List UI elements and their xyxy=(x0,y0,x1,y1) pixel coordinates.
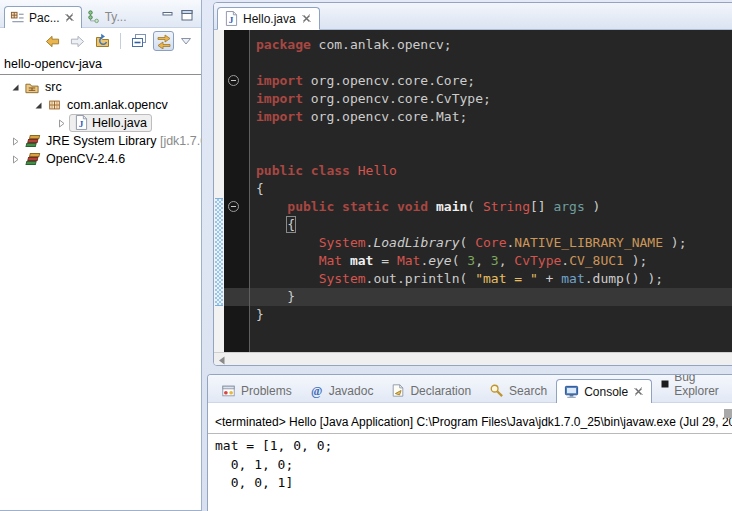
code-line: } xyxy=(250,288,732,306)
tab-declaration[interactable]: Declaration xyxy=(382,379,480,402)
editor-body: package com.anlak.opencv;import org.open… xyxy=(214,30,732,352)
code-line: } xyxy=(250,306,732,324)
tab-bug-explorer[interactable]: Bug Explorer xyxy=(652,374,728,402)
code-line xyxy=(250,126,732,144)
tree-item-jre-system-library[interactable]: JRE System Library [jdk1.7.0 xyxy=(0,132,201,150)
code-token: .dump() ); xyxy=(585,271,663,286)
code-token: + xyxy=(538,271,561,286)
view-menu-icon xyxy=(181,38,191,45)
maximize-icon[interactable] xyxy=(181,10,193,21)
code-token: { xyxy=(256,181,264,196)
svg-text:J: J xyxy=(79,119,84,129)
fold-gutter xyxy=(224,30,250,352)
console-tab-label: Javadoc xyxy=(329,384,374,398)
tab-javadoc[interactable]: @Javadoc xyxy=(301,380,383,402)
up-folder-icon xyxy=(95,33,111,49)
code-line xyxy=(250,54,732,72)
tree-item-decorator: [jdk1.7.0 xyxy=(160,134,201,148)
console-toolbar-button[interactable] xyxy=(724,409,732,418)
tree-item-com-anlak-opencv[interactable]: com.anlak.opencv xyxy=(0,96,201,114)
code-area[interactable]: package com.anlak.opencv;import org.open… xyxy=(250,30,732,352)
tree-expanded-icon[interactable] xyxy=(33,101,44,110)
code-token: CV_8UC1 xyxy=(569,253,624,268)
code-token: 3 xyxy=(491,253,499,268)
code-token: . xyxy=(561,253,569,268)
code-token: = xyxy=(373,253,396,268)
tab-problems[interactable]: Problems xyxy=(212,380,301,402)
code-token: eye xyxy=(428,253,451,268)
code-token: ) xyxy=(585,199,601,214)
go-up-button[interactable] xyxy=(92,31,113,51)
close-icon[interactable] xyxy=(301,13,312,24)
code-token: System xyxy=(319,235,366,250)
console-panel: Problems@JavadocDeclarationSearchConsole… xyxy=(207,374,732,511)
console-output[interactable]: mat = [1, 0, 0; 0, 1, 0; 0, 0, 1] xyxy=(208,434,732,493)
tab-bug[interactable]: Bug xyxy=(728,380,732,402)
console-tab-label: Bug Explorer xyxy=(674,374,719,398)
editor-area: J Hello.java package com.anlak.opencv;im… xyxy=(213,2,732,366)
tree-item-label: src xyxy=(45,80,62,94)
editor-tab-bar: J Hello.java xyxy=(214,3,732,30)
tree-item-hello-java[interactable]: JHello.java xyxy=(0,114,201,132)
console-status-line: <terminated> Hello [Java Application] C:… xyxy=(208,413,732,434)
view-menu-button[interactable] xyxy=(178,31,193,51)
link-with-editor-button[interactable] xyxy=(153,31,174,51)
tree-collapsed-icon[interactable] xyxy=(10,155,21,164)
tab-search[interactable]: Search xyxy=(480,379,556,402)
package-explorer-icon xyxy=(10,10,25,25)
console-output-line: 0, 1, 0; xyxy=(215,456,732,475)
project-root-item[interactable]: hello-opencv-java xyxy=(0,54,201,75)
gutter-row xyxy=(224,126,249,144)
code-token: ); xyxy=(624,253,647,268)
console-tab-bar: Problems@JavadocDeclarationSearchConsole… xyxy=(208,375,732,403)
console-tab-label: Console xyxy=(584,385,628,399)
back-button[interactable] xyxy=(42,31,63,51)
project-root-label: hello-opencv-java xyxy=(4,57,102,71)
scroll-left-arrow-icon[interactable] xyxy=(214,356,230,365)
forward-button[interactable] xyxy=(67,31,88,51)
tree-item-label: com.anlak.opencv xyxy=(67,98,168,112)
tree-item-src[interactable]: src xyxy=(0,78,201,96)
fold-collapse-icon[interactable] xyxy=(228,75,239,86)
code-token: String xyxy=(483,199,530,214)
tab-console[interactable]: Console xyxy=(556,379,652,403)
collapse-all-button[interactable] xyxy=(128,31,149,51)
code-token: [] xyxy=(530,199,553,214)
tab-package-explorer[interactable]: Pac... xyxy=(4,6,82,28)
fold-collapse-icon[interactable] xyxy=(228,201,239,212)
code-token xyxy=(256,271,319,286)
code-token: , xyxy=(475,253,491,268)
library-icon xyxy=(24,134,41,149)
tab-type-hierarchy[interactable]: Ty... xyxy=(82,6,133,27)
close-icon[interactable] xyxy=(64,12,75,23)
code-token: public class xyxy=(256,163,358,178)
java-file-icon: J xyxy=(225,11,238,26)
horizontal-scrollbar[interactable] xyxy=(214,352,732,366)
java-file-icon: J xyxy=(75,115,88,130)
editor-tab-label: Hello.java xyxy=(243,12,296,26)
minimize-icon[interactable] xyxy=(162,11,174,21)
tree-collapsed-icon[interactable] xyxy=(56,119,67,128)
gutter-row xyxy=(224,252,249,270)
code-token xyxy=(256,217,287,232)
tree-expanded-icon[interactable] xyxy=(10,83,21,92)
code-token: LoadLibrary xyxy=(373,235,459,250)
code-line: package com.anlak.opencv; xyxy=(250,36,732,54)
project-tree: srccom.anlak.opencvJHello.javaJRE System… xyxy=(0,75,201,168)
code-token: main xyxy=(436,199,467,214)
tab-hello-java[interactable]: J Hello.java xyxy=(217,7,320,30)
close-icon[interactable] xyxy=(633,386,644,397)
tree-item-opencv-2-4-6[interactable]: OpenCV-2.4.6 xyxy=(0,150,201,168)
code-token: Mat xyxy=(319,253,342,268)
code-line: import org.opencv.core.Mat; xyxy=(250,108,732,126)
tab-package-explorer-label: Pac... xyxy=(29,11,60,25)
tree-collapsed-icon[interactable] xyxy=(10,137,21,146)
svg-text:J: J xyxy=(229,15,234,25)
gutter-row xyxy=(224,288,249,306)
tree-item-label: Hello.java xyxy=(92,116,147,130)
code-line xyxy=(250,144,732,162)
source-folder-icon xyxy=(24,80,40,95)
code-token: org.opencv.core.CvType; xyxy=(303,91,491,106)
gutter-row xyxy=(224,36,249,54)
code-token: ( xyxy=(467,199,483,214)
